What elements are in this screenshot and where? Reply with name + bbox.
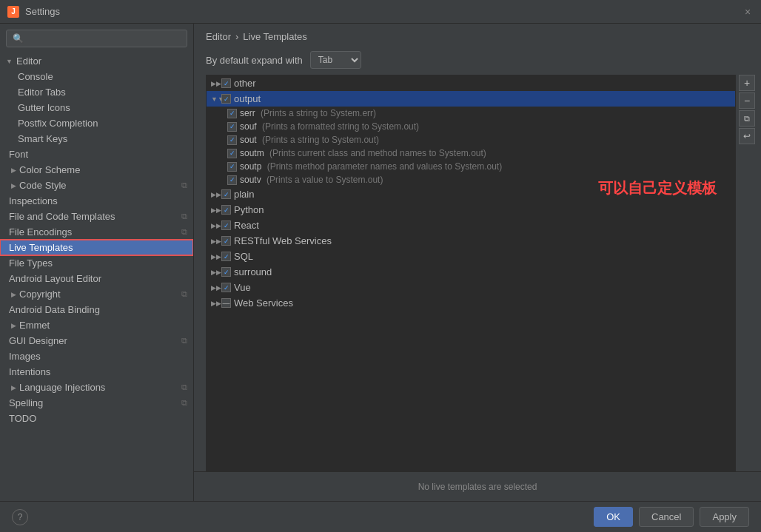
sidebar-item-label: Color Scheme [19,164,80,175]
souf-desc: (Prints a formatted string to System.out… [260,121,419,132]
restful-arrow: ▶ [211,238,218,245]
group-vue[interactable]: ▶ Vue [207,280,735,295]
sidebar-item-images[interactable]: Images [0,349,193,364]
output-checkbox[interactable] [221,94,231,104]
sidebar-item-copyright[interactable]: Copyright ⧉ [0,286,193,302]
sidebar-item-font[interactable]: Font [0,147,193,162]
sidebar-item-gui-designer[interactable]: GUI Designer ⧉ [0,333,193,349]
color-scheme-arrow [9,166,18,175]
sout-desc: (Prints a string to System.out) [260,135,379,145]
copy-icon: ⧉ [181,383,187,392]
group-sql[interactable]: ▶ SQL [207,249,735,264]
item-soutp[interactable]: soutp (Prints method parameter names and… [207,160,735,173]
other-checkbox[interactable] [221,78,231,88]
sidebar-item-label: Inspections [9,195,58,206]
group-output[interactable]: ▼ output [207,91,735,107]
group-restful[interactable]: ▶ RESTful Web Services [207,233,735,249]
expand-with-select[interactable]: Tab Enter Space [310,51,361,69]
item-sout[interactable]: sout (Prints a string to System.out) [207,133,735,147]
cancel-button[interactable]: Cancel [639,507,694,527]
sidebar-group-editor[interactable]: Editor [0,53,193,69]
sidebar-item-editor-tabs[interactable]: Editor Tabs [0,84,193,100]
help-button[interactable]: ? [12,509,28,525]
soutp-checkbox[interactable] [227,162,237,172]
sidebar-item-android-layout[interactable]: Android Layout Editor [0,271,193,286]
item-soutm[interactable]: soutm (Prints current class and method n… [207,147,735,160]
sidebar-item-language-injections[interactable]: Language Injections ⧉ [0,380,193,395]
remove-button[interactable]: − [739,92,755,109]
sidebar-item-label: Images [9,351,41,362]
ws-name: Web Services [234,297,293,309]
sidebar-item-emmet[interactable]: Emmet [0,317,193,333]
item-serr[interactable]: serr (Prints a string to System.err) [207,107,735,120]
item-souf[interactable]: souf (Prints a formatted string to Syste… [207,120,735,133]
button-bar: ? OK Cancel Apply [0,501,761,532]
copy-button[interactable]: ⧉ [739,110,755,127]
restful-checkbox[interactable] [221,236,231,246]
sidebar-item-gutter-icons[interactable]: Gutter Icons [0,100,193,115]
python-name: Python [234,204,264,215]
sidebar-item-label: Console [18,71,53,82]
search-input[interactable] [6,30,187,47]
sidebar-item-code-style[interactable]: Code Style ⧉ [0,178,193,193]
group-plain[interactable]: ▶ plain [207,186,735,202]
sidebar-item-label: Live Templates [9,242,73,253]
sidebar-item-color-scheme[interactable]: Color Scheme [0,162,193,178]
editor-expand-arrow [6,58,13,65]
sidebar-item-label: Intentions [9,366,50,377]
output-arrow: ▼ [211,95,218,103]
search-box [0,24,193,53]
sidebar-item-label: Spelling [9,397,43,408]
plain-checkbox[interactable] [221,189,231,199]
python-checkbox[interactable] [221,205,231,215]
react-checkbox[interactable] [221,220,231,230]
ws-arrow: ▶ [211,300,218,307]
other-name: other [234,78,256,89]
surround-checkbox[interactable] [221,267,231,277]
vue-checkbox[interactable] [221,283,231,292]
soutv-desc: (Prints a value to System.out) [264,175,383,185]
right-buttons: + − ⧉ ↩ [736,75,761,471]
sql-checkbox[interactable] [221,252,231,261]
sidebar-item-inspections[interactable]: Inspections [0,193,193,209]
soutm-checkbox[interactable] [227,149,237,158]
sidebar-item-smart-keys[interactable]: Smart Keys [0,131,193,147]
serr-name: serr [240,108,255,118]
group-react[interactable]: ▶ React [207,218,735,233]
add-button[interactable]: + [739,75,755,91]
soutp-desc: (Prints method parameter names and value… [264,161,502,172]
sidebar-item-label: Postfix Completion [18,118,98,129]
group-other[interactable]: ▶ other [207,75,735,91]
serr-checkbox[interactable] [227,109,237,118]
undo-button[interactable]: ↩ [739,128,755,144]
sidebar-item-android-data-binding[interactable]: Android Data Binding [0,302,193,317]
sidebar-item-live-templates[interactable]: Live Templates [0,240,193,255]
soutv-checkbox[interactable] [227,175,237,185]
sidebar-item-label: Android Layout Editor [9,273,101,284]
soutv-name: soutv [240,175,261,185]
souf-checkbox[interactable] [227,122,237,132]
sidebar-item-file-code-templates[interactable]: File and Code Templates ⧉ [0,209,193,224]
sidebar-item-console[interactable]: Console [0,69,193,84]
sidebar-item-spelling[interactable]: Spelling ⧉ [0,395,193,411]
apply-button[interactable]: Apply [700,507,749,527]
breadcrumb-current: Live Templates [243,31,306,42]
sout-checkbox[interactable] [227,135,237,145]
group-surround[interactable]: ▶ surround [207,264,735,280]
close-button[interactable]: × [742,6,754,18]
ws-checkbox[interactable]: — [221,298,231,308]
group-python[interactable]: ▶ Python [207,202,735,218]
sidebar-item-todo[interactable]: TODO [0,411,193,426]
sidebar-item-postfix-completion[interactable]: Postfix Completion [0,115,193,131]
sidebar-item-label: File Types [9,257,53,269]
window-title: Settings [25,6,742,17]
group-web-services[interactable]: ▶ — Web Services [207,295,735,311]
sidebar-item-file-types[interactable]: File Types [0,255,193,271]
item-soutv[interactable]: soutv (Prints a value to System.out) [207,173,735,186]
sidebar-item-label: Android Data Binding [9,304,100,315]
ok-button[interactable]: OK [594,507,633,527]
sql-name: SQL [234,251,253,262]
sidebar-item-intentions[interactable]: Intentions [0,364,193,380]
soutm-name: soutm [240,148,264,158]
sidebar-item-file-encodings[interactable]: File Encodings ⧉ [0,224,193,240]
